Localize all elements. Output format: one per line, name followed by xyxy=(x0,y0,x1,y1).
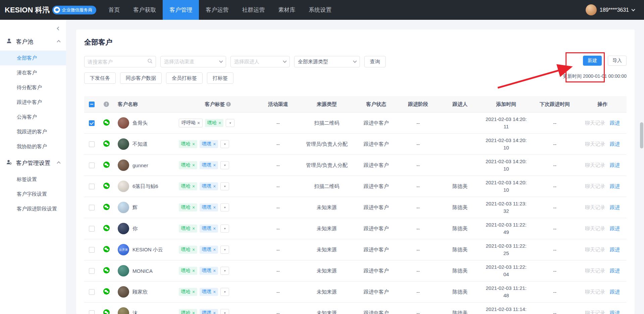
chat-record-link[interactable]: 聊天记录 xyxy=(585,310,605,314)
chat-record-link[interactable]: 聊天记录 xyxy=(585,120,605,126)
chat-record-link[interactable]: 聊天记录 xyxy=(585,289,605,295)
sidebar-section-customer-settings[interactable]: 客户管理设置 xyxy=(0,154,66,172)
tag-remove-icon[interactable]: × xyxy=(213,184,216,189)
follow-link[interactable]: 跟进 xyxy=(610,120,620,126)
user-menu[interactable]: 189****3631 xyxy=(586,4,635,15)
follow-link[interactable]: 跟进 xyxy=(610,247,620,253)
customer-tag[interactable]: 嘿哈× xyxy=(179,161,197,169)
customer-tag[interactable]: 嘿嘿× xyxy=(200,246,218,254)
sidebar-item-all-customers[interactable]: 全部客户 xyxy=(0,51,66,65)
follow-link[interactable]: 跟进 xyxy=(610,226,620,232)
customer-name[interactable]: 顾家欣 xyxy=(132,289,148,295)
tag-remove-icon[interactable]: × xyxy=(213,310,216,314)
chat-record-link[interactable]: 聊天记录 xyxy=(585,204,605,211)
chat-record-link[interactable]: 聊天记录 xyxy=(585,268,605,274)
nav-item-material-library[interactable]: 素材库 xyxy=(271,0,302,20)
customer-name[interactable]: 不知道 xyxy=(132,141,148,147)
tag-remove-icon[interactable]: × xyxy=(197,120,200,126)
row-checkbox[interactable] xyxy=(89,120,95,126)
tag-remove-icon[interactable]: × xyxy=(213,268,216,273)
customer-name[interactable]: MONICA xyxy=(132,268,153,274)
tag-dropdown-button[interactable]: ▼ xyxy=(220,182,229,190)
row-checkbox[interactable] xyxy=(89,141,95,147)
tag-remove-icon[interactable]: × xyxy=(192,289,195,295)
sidebar-collapse-icon[interactable] xyxy=(57,26,60,30)
tag-remove-icon[interactable]: × xyxy=(213,141,216,147)
follow-link[interactable]: 跟进 xyxy=(610,204,620,211)
activity-channel-select[interactable]: 选择活动渠道 xyxy=(160,56,226,67)
tag-remove-icon[interactable]: × xyxy=(192,205,195,210)
row-checkbox[interactable] xyxy=(89,310,95,314)
tag-remove-icon[interactable]: × xyxy=(213,226,216,231)
chat-record-link[interactable]: 聊天记录 xyxy=(585,226,605,232)
sidebar-item-follow-stage-settings[interactable]: 客户跟进阶段设置 xyxy=(0,201,66,216)
follower-select[interactable]: 选择跟进人 xyxy=(230,56,290,67)
chat-record-link[interactable]: 聊天记录 xyxy=(585,141,605,147)
customer-name[interactable]: gunner xyxy=(132,163,148,168)
tag-dropdown-button[interactable]: ▼ xyxy=(220,288,229,296)
sidebar-item-my-assisted-customers[interactable]: 我协助的客户 xyxy=(0,139,66,154)
tag-all-members-button[interactable]: 全员打标签 xyxy=(166,72,203,84)
tag-dropdown-button[interactable]: ▼ xyxy=(220,267,229,275)
sidebar-item-customer-field-settings[interactable]: 客户字段设置 xyxy=(0,187,66,201)
tag-dropdown-button[interactable]: ▼ xyxy=(220,140,229,148)
customer-tag[interactable]: 嘿哈× xyxy=(179,288,197,296)
follow-link[interactable]: 跟进 xyxy=(610,162,620,169)
scrollbar-track[interactable] xyxy=(640,20,643,314)
nav-item-customer-operations[interactable]: 客户运营 xyxy=(199,0,235,20)
tag-button[interactable]: 打标签 xyxy=(207,72,233,84)
tag-dropdown-button[interactable]: ▼ xyxy=(220,246,229,254)
tag-dropdown-button[interactable]: ▼ xyxy=(226,119,234,127)
nav-item-system-settings[interactable]: 系统设置 xyxy=(302,0,338,20)
follow-link[interactable]: 跟进 xyxy=(610,310,620,314)
tag-remove-icon[interactable]: × xyxy=(213,289,216,295)
select-all-checkbox[interactable] xyxy=(89,102,95,107)
row-checkbox[interactable] xyxy=(89,205,95,210)
customer-tag[interactable]: 嘿哈× xyxy=(179,182,197,190)
nav-item-community-operations[interactable]: 社群运营 xyxy=(235,0,271,20)
tag-remove-icon[interactable]: × xyxy=(192,141,195,147)
query-button[interactable]: 查询 xyxy=(364,56,386,67)
customer-tag[interactable]: 嘿嘿× xyxy=(200,288,218,296)
sidebar-item-tag-settings[interactable]: 标签设置 xyxy=(0,172,66,187)
follow-link[interactable]: 跟进 xyxy=(610,289,620,295)
row-checkbox[interactable] xyxy=(89,247,95,253)
nav-item-home[interactable]: 首页 xyxy=(102,0,126,20)
tag-remove-icon[interactable]: × xyxy=(192,310,195,314)
chat-record-link[interactable]: 聊天记录 xyxy=(585,183,605,190)
sidebar-item-following-customers[interactable]: 跟进中客户 xyxy=(0,95,66,110)
tag-remove-icon[interactable]: × xyxy=(192,226,195,231)
new-button[interactable]: 新建 xyxy=(583,56,602,66)
customer-tag[interactable]: 呼呼呦× xyxy=(179,119,203,127)
customer-name[interactable]: 你 xyxy=(132,226,138,232)
row-checkbox[interactable] xyxy=(89,184,95,189)
customer-tag[interactable]: 嘿嘿× xyxy=(200,267,218,275)
nav-item-customer-management[interactable]: 客户管理 xyxy=(163,0,199,20)
sidebar-item-my-followed-customers[interactable]: 我跟进的客户 xyxy=(0,124,66,139)
chat-record-link[interactable]: 聊天记录 xyxy=(585,162,605,169)
dispatch-task-button[interactable]: 下发任务 xyxy=(84,72,116,84)
customer-tag[interactable]: 嘿哈× xyxy=(179,140,197,148)
tag-remove-icon[interactable]: × xyxy=(192,247,195,252)
customer-tag[interactable]: 嘿嘿× xyxy=(200,161,218,169)
customer-tag[interactable]: 嘿哈× xyxy=(205,119,223,127)
customer-name[interactable]: 6落日与鲸6 xyxy=(132,183,158,190)
tag-remove-icon[interactable]: × xyxy=(218,120,221,126)
tag-remove-icon[interactable]: × xyxy=(213,247,216,252)
customer-name[interactable]: KESION 小云 xyxy=(132,247,163,253)
customer-name[interactable]: 沫 xyxy=(132,310,138,314)
nav-item-customer-acquisition[interactable]: 客户获取 xyxy=(126,0,163,20)
sync-customer-data-button[interactable]: 同步客户数据 xyxy=(120,72,162,84)
source-type-select[interactable]: 全部来源类型 xyxy=(294,56,360,67)
customer-tag[interactable]: 嘿哈× xyxy=(179,267,197,275)
sidebar-item-potential-customers[interactable]: 潜在客户 xyxy=(0,65,66,80)
import-button[interactable]: 导入 xyxy=(608,56,627,66)
tag-remove-icon[interactable]: × xyxy=(192,163,195,168)
tag-dropdown-button[interactable]: ▼ xyxy=(220,225,229,233)
sidebar-item-unassigned-customers[interactable]: 待分配客户 xyxy=(0,80,66,95)
tag-dropdown-button[interactable]: ▼ xyxy=(220,309,229,314)
follow-link[interactable]: 跟进 xyxy=(610,183,620,190)
customer-tag[interactable]: 嘿嘿× xyxy=(200,203,218,211)
customer-name[interactable]: 鱼骨头 xyxy=(132,120,148,126)
customer-tag[interactable]: 嘿哈× xyxy=(179,309,197,314)
